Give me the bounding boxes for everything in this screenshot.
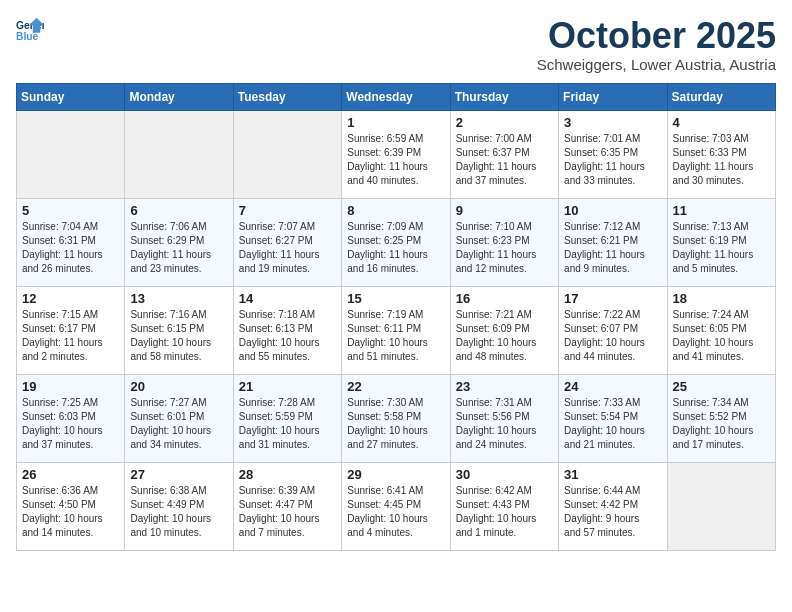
day-info: Sunrise: 7:16 AM Sunset: 6:15 PM Dayligh… [130, 308, 227, 364]
calendar-cell: 23Sunrise: 7:31 AM Sunset: 5:56 PM Dayli… [450, 374, 558, 462]
day-number: 26 [22, 467, 119, 482]
day-info: Sunrise: 7:04 AM Sunset: 6:31 PM Dayligh… [22, 220, 119, 276]
weekday-header-monday: Monday [125, 83, 233, 110]
day-info: Sunrise: 7:28 AM Sunset: 5:59 PM Dayligh… [239, 396, 336, 452]
weekday-header-thursday: Thursday [450, 83, 558, 110]
day-number: 28 [239, 467, 336, 482]
calendar-cell [667, 462, 775, 550]
calendar-cell: 6Sunrise: 7:06 AM Sunset: 6:29 PM Daylig… [125, 198, 233, 286]
calendar-cell [125, 110, 233, 198]
calendar-cell: 10Sunrise: 7:12 AM Sunset: 6:21 PM Dayli… [559, 198, 667, 286]
day-info: Sunrise: 6:41 AM Sunset: 4:45 PM Dayligh… [347, 484, 444, 540]
day-number: 21 [239, 379, 336, 394]
day-info: Sunrise: 7:21 AM Sunset: 6:09 PM Dayligh… [456, 308, 553, 364]
logo: General Blue [16, 16, 44, 44]
day-number: 22 [347, 379, 444, 394]
month-title: October 2025 [537, 16, 776, 56]
calendar-cell: 1Sunrise: 6:59 AM Sunset: 6:39 PM Daylig… [342, 110, 450, 198]
day-info: Sunrise: 7:09 AM Sunset: 6:25 PM Dayligh… [347, 220, 444, 276]
title-block: October 2025 Schweiggers, Lower Austria,… [537, 16, 776, 73]
calendar-cell: 29Sunrise: 6:41 AM Sunset: 4:45 PM Dayli… [342, 462, 450, 550]
day-number: 25 [673, 379, 770, 394]
calendar-cell: 11Sunrise: 7:13 AM Sunset: 6:19 PM Dayli… [667, 198, 775, 286]
day-info: Sunrise: 7:13 AM Sunset: 6:19 PM Dayligh… [673, 220, 770, 276]
calendar-header: SundayMondayTuesdayWednesdayThursdayFrid… [17, 83, 776, 110]
weekday-header-wednesday: Wednesday [342, 83, 450, 110]
calendar-week-5: 26Sunrise: 6:36 AM Sunset: 4:50 PM Dayli… [17, 462, 776, 550]
calendar-cell: 17Sunrise: 7:22 AM Sunset: 6:07 PM Dayli… [559, 286, 667, 374]
calendar-cell: 7Sunrise: 7:07 AM Sunset: 6:27 PM Daylig… [233, 198, 341, 286]
calendar-cell: 22Sunrise: 7:30 AM Sunset: 5:58 PM Dayli… [342, 374, 450, 462]
day-info: Sunrise: 6:39 AM Sunset: 4:47 PM Dayligh… [239, 484, 336, 540]
day-info: Sunrise: 7:07 AM Sunset: 6:27 PM Dayligh… [239, 220, 336, 276]
calendar-cell [233, 110, 341, 198]
day-number: 1 [347, 115, 444, 130]
day-number: 18 [673, 291, 770, 306]
day-info: Sunrise: 6:42 AM Sunset: 4:43 PM Dayligh… [456, 484, 553, 540]
logo-icon: General Blue [16, 16, 44, 44]
day-info: Sunrise: 7:15 AM Sunset: 6:17 PM Dayligh… [22, 308, 119, 364]
day-info: Sunrise: 7:10 AM Sunset: 6:23 PM Dayligh… [456, 220, 553, 276]
day-number: 5 [22, 203, 119, 218]
calendar-cell [17, 110, 125, 198]
calendar-cell: 28Sunrise: 6:39 AM Sunset: 4:47 PM Dayli… [233, 462, 341, 550]
calendar-cell: 4Sunrise: 7:03 AM Sunset: 6:33 PM Daylig… [667, 110, 775, 198]
day-number: 19 [22, 379, 119, 394]
weekday-header-row: SundayMondayTuesdayWednesdayThursdayFrid… [17, 83, 776, 110]
day-number: 23 [456, 379, 553, 394]
weekday-header-sunday: Sunday [17, 83, 125, 110]
day-info: Sunrise: 7:31 AM Sunset: 5:56 PM Dayligh… [456, 396, 553, 452]
calendar-cell: 14Sunrise: 7:18 AM Sunset: 6:13 PM Dayli… [233, 286, 341, 374]
calendar-cell: 20Sunrise: 7:27 AM Sunset: 6:01 PM Dayli… [125, 374, 233, 462]
calendar-week-2: 5Sunrise: 7:04 AM Sunset: 6:31 PM Daylig… [17, 198, 776, 286]
day-number: 10 [564, 203, 661, 218]
day-number: 11 [673, 203, 770, 218]
calendar-cell: 30Sunrise: 6:42 AM Sunset: 4:43 PM Dayli… [450, 462, 558, 550]
calendar-cell: 25Sunrise: 7:34 AM Sunset: 5:52 PM Dayli… [667, 374, 775, 462]
calendar-week-4: 19Sunrise: 7:25 AM Sunset: 6:03 PM Dayli… [17, 374, 776, 462]
calendar-cell: 18Sunrise: 7:24 AM Sunset: 6:05 PM Dayli… [667, 286, 775, 374]
day-info: Sunrise: 7:03 AM Sunset: 6:33 PM Dayligh… [673, 132, 770, 188]
day-info: Sunrise: 7:30 AM Sunset: 5:58 PM Dayligh… [347, 396, 444, 452]
day-info: Sunrise: 7:12 AM Sunset: 6:21 PM Dayligh… [564, 220, 661, 276]
calendar-cell: 12Sunrise: 7:15 AM Sunset: 6:17 PM Dayli… [17, 286, 125, 374]
day-info: Sunrise: 7:18 AM Sunset: 6:13 PM Dayligh… [239, 308, 336, 364]
calendar-cell: 2Sunrise: 7:00 AM Sunset: 6:37 PM Daylig… [450, 110, 558, 198]
day-number: 2 [456, 115, 553, 130]
day-info: Sunrise: 7:01 AM Sunset: 6:35 PM Dayligh… [564, 132, 661, 188]
calendar-cell: 5Sunrise: 7:04 AM Sunset: 6:31 PM Daylig… [17, 198, 125, 286]
day-number: 20 [130, 379, 227, 394]
calendar-cell: 16Sunrise: 7:21 AM Sunset: 6:09 PM Dayli… [450, 286, 558, 374]
day-number: 15 [347, 291, 444, 306]
day-number: 27 [130, 467, 227, 482]
day-number: 7 [239, 203, 336, 218]
day-info: Sunrise: 6:44 AM Sunset: 4:42 PM Dayligh… [564, 484, 661, 540]
day-number: 8 [347, 203, 444, 218]
day-number: 3 [564, 115, 661, 130]
day-number: 6 [130, 203, 227, 218]
day-info: Sunrise: 7:22 AM Sunset: 6:07 PM Dayligh… [564, 308, 661, 364]
day-info: Sunrise: 7:06 AM Sunset: 6:29 PM Dayligh… [130, 220, 227, 276]
day-info: Sunrise: 7:27 AM Sunset: 6:01 PM Dayligh… [130, 396, 227, 452]
day-info: Sunrise: 6:36 AM Sunset: 4:50 PM Dayligh… [22, 484, 119, 540]
day-number: 17 [564, 291, 661, 306]
day-number: 12 [22, 291, 119, 306]
calendar-cell: 13Sunrise: 7:16 AM Sunset: 6:15 PM Dayli… [125, 286, 233, 374]
page-header: General Blue October 2025 Schweiggers, L… [16, 16, 776, 73]
weekday-header-tuesday: Tuesday [233, 83, 341, 110]
day-number: 31 [564, 467, 661, 482]
calendar-week-3: 12Sunrise: 7:15 AM Sunset: 6:17 PM Dayli… [17, 286, 776, 374]
calendar-cell: 21Sunrise: 7:28 AM Sunset: 5:59 PM Dayli… [233, 374, 341, 462]
calendar-week-1: 1Sunrise: 6:59 AM Sunset: 6:39 PM Daylig… [17, 110, 776, 198]
calendar-cell: 19Sunrise: 7:25 AM Sunset: 6:03 PM Dayli… [17, 374, 125, 462]
day-number: 9 [456, 203, 553, 218]
day-number: 29 [347, 467, 444, 482]
calendar-cell: 26Sunrise: 6:36 AM Sunset: 4:50 PM Dayli… [17, 462, 125, 550]
day-info: Sunrise: 7:34 AM Sunset: 5:52 PM Dayligh… [673, 396, 770, 452]
weekday-header-saturday: Saturday [667, 83, 775, 110]
calendar-cell: 24Sunrise: 7:33 AM Sunset: 5:54 PM Dayli… [559, 374, 667, 462]
day-info: Sunrise: 7:33 AM Sunset: 5:54 PM Dayligh… [564, 396, 661, 452]
calendar-cell: 15Sunrise: 7:19 AM Sunset: 6:11 PM Dayli… [342, 286, 450, 374]
day-info: Sunrise: 6:59 AM Sunset: 6:39 PM Dayligh… [347, 132, 444, 188]
day-info: Sunrise: 7:25 AM Sunset: 6:03 PM Dayligh… [22, 396, 119, 452]
